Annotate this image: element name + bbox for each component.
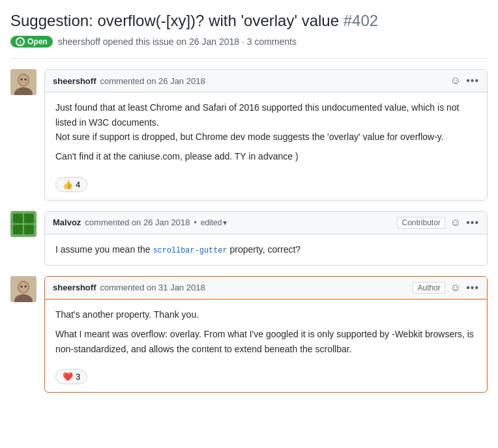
comment-body-2: I assume you mean the scrollbar-gutter p… xyxy=(45,234,487,265)
more-button-2[interactable]: ••• xyxy=(466,217,479,229)
malvoz-block-1 xyxy=(13,214,23,223)
comment-header-right-1: ☺ ••• xyxy=(450,75,479,87)
emoji-button-3[interactable]: ☺ xyxy=(450,282,461,294)
emoji-button-1[interactable]: ☺ xyxy=(450,75,461,87)
reaction-bar-3: ❤️ 3 xyxy=(45,364,487,392)
avatar-malvoz xyxy=(10,211,37,237)
comment-text-3b: What I meant was overflow: overlay. From… xyxy=(55,327,476,356)
reaction-count-1: 4 xyxy=(76,180,80,189)
comment-text-2: I assume you mean the scrollbar-gutter p… xyxy=(55,242,476,257)
author-badge: Author xyxy=(413,282,445,294)
comment-author-3[interactable]: sheershoff xyxy=(53,283,96,292)
comment-header-3: sheershoff commented on 31 Jan 2018 Auth… xyxy=(45,277,487,300)
comment-2: Malvoz commented on 26 Jan 2018 • edited… xyxy=(10,211,488,266)
status-text: Open xyxy=(27,37,48,46)
divider xyxy=(10,58,488,59)
comment-date-3: commented on 31 Jan 2018 xyxy=(100,283,205,292)
thumbsup-reaction-1[interactable]: 👍 4 xyxy=(55,177,87,192)
contributor-badge: Contributor xyxy=(397,217,445,229)
svg-point-3 xyxy=(19,75,28,85)
emoji-button-2[interactable]: ☺ xyxy=(450,217,461,229)
svg-point-11 xyxy=(25,285,27,287)
reaction-emoji-1: 👍 xyxy=(63,180,73,189)
heart-reaction-3[interactable]: ❤️ 3 xyxy=(55,369,87,384)
comment-box-3: sheershoff commented on 31 Jan 2018 Auth… xyxy=(44,276,488,393)
more-button-3[interactable]: ••• xyxy=(466,282,479,294)
comment-body-3: That's another property. Thank you. What… xyxy=(45,300,487,364)
comment-box-2: Malvoz commented on 26 Jan 2018 • edited… xyxy=(44,211,488,266)
comment-3: sheershoff commented on 31 Jan 2018 Auth… xyxy=(10,276,488,393)
comment-header-left-1: sheershoff commented on 26 Jan 2018 xyxy=(53,76,205,86)
comment-header-left-3: sheershoff commented on 31 Jan 2018 xyxy=(53,283,205,292)
svg-point-5 xyxy=(25,79,27,81)
page-title: Suggestion: overflow(-[xy])? with 'overl… xyxy=(10,10,488,31)
comment-text-1a: Just found that at least Chrome and Safa… xyxy=(55,100,476,144)
svg-point-9 xyxy=(19,282,28,292)
comment-author-2[interactable]: Malvoz xyxy=(53,217,81,227)
dot-separator: • xyxy=(194,218,197,227)
issue-meta-text: sheershoff opened this issue on 26 Jan 2… xyxy=(58,36,297,47)
issue-meta: i Open sheershoff opened this issue on 2… xyxy=(10,36,488,48)
comment-header-1: sheershoff commented on 26 Jan 2018 ☺ ••… xyxy=(45,70,487,92)
comment-box-1: sheershoff commented on 26 Jan 2018 ☺ ••… xyxy=(44,69,488,201)
more-button-1[interactable]: ••• xyxy=(466,75,479,87)
reaction-count-3: 3 xyxy=(76,372,80,382)
malvoz-block-2 xyxy=(24,214,34,223)
title-text: Suggestion: overflow(-[xy])? with 'overl… xyxy=(10,12,339,29)
avatar xyxy=(10,69,37,95)
comment-author-1[interactable]: sheershoff xyxy=(53,76,96,86)
reaction-emoji-3: ❤️ xyxy=(63,372,73,382)
comment-header-right-2: Contributor ☺ ••• xyxy=(397,217,479,229)
reaction-bar-1: 👍 4 xyxy=(45,172,487,200)
edited-link[interactable]: edited ▾ xyxy=(201,218,227,227)
svg-point-4 xyxy=(21,79,23,81)
comment-1: sheershoff commented on 26 Jan 2018 ☺ ••… xyxy=(10,69,488,201)
edited-text: edited xyxy=(201,218,222,227)
scrollbar-gutter-link[interactable]: scrollbar-gutter xyxy=(153,246,227,255)
comment-header-2: Malvoz commented on 26 Jan 2018 • edited… xyxy=(45,212,487,234)
comment-text-1b: Can't find it at the caniuse.com, please… xyxy=(55,149,476,163)
comment-text-3a: That's another property. Thank you. xyxy=(55,307,476,322)
malvoz-block-3 xyxy=(13,225,23,234)
comment-date-2: commented on 26 Jan 2018 xyxy=(85,217,190,227)
avatar-sheershoff-3 xyxy=(10,276,37,302)
comment-date-1: commented on 26 Jan 2018 xyxy=(100,76,205,86)
comment-header-right-3: Author ☺ ••• xyxy=(413,282,479,294)
chevron-down-icon: ▾ xyxy=(223,218,227,227)
comment-body-1: Just found that at least Chrome and Safa… xyxy=(45,92,487,172)
comment-prefix-2: I assume you mean the xyxy=(55,244,153,255)
issue-number: #402 xyxy=(344,12,378,29)
comment-suffix-2: property, correct? xyxy=(227,244,301,255)
open-icon: i xyxy=(16,37,25,46)
svg-point-10 xyxy=(21,285,23,287)
comment-header-left-2: Malvoz commented on 26 Jan 2018 • edited… xyxy=(53,217,227,227)
open-badge: i Open xyxy=(10,36,53,48)
malvoz-block-4 xyxy=(24,225,34,234)
